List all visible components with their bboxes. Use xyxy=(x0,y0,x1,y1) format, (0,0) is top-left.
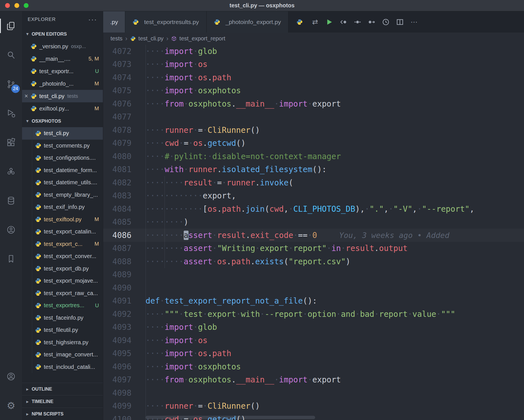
line-number[interactable]: 4089 xyxy=(103,270,131,279)
line-number[interactable]: 4099 xyxy=(103,401,131,411)
code-line[interactable]: 4088········assert·os.path.exists("repor… xyxy=(103,255,524,268)
line-number[interactable]: 4100 xyxy=(103,415,131,420)
file-tree-item[interactable]: test_image_convert... xyxy=(22,348,103,361)
tab-_photoinfo_export-py[interactable]: _photoinfo_export.py xyxy=(207,11,289,33)
line-number[interactable]: 4082 xyxy=(103,178,131,187)
code-line[interactable]: 4083············export, xyxy=(103,189,524,203)
sidebar-section-timeline[interactable]: ▸TIMELINE xyxy=(22,395,103,408)
line-number[interactable]: 4084 xyxy=(103,204,131,214)
line-number[interactable]: 4081 xyxy=(103,165,131,174)
change-annotations-icon[interactable] xyxy=(352,17,363,27)
line-number[interactable]: 4079 xyxy=(103,138,131,148)
code-line[interactable]: 4077 xyxy=(103,111,524,124)
code-line[interactable]: 4084············[os.path.join(cwd,·CLI_P… xyxy=(103,202,524,216)
code-line[interactable]: 4079····cwd·=·os.getcwd() xyxy=(103,137,524,150)
code-line[interactable]: 4075····import·osxphotos xyxy=(103,84,524,98)
line-number[interactable]: 4096 xyxy=(103,362,131,371)
code-line[interactable]: 4074····import·os.path xyxy=(103,71,524,84)
file-tree-item[interactable]: test_datetime_form... xyxy=(22,164,103,177)
code-line[interactable]: 4093····import·glob xyxy=(103,321,524,334)
line-number[interactable]: 4085 xyxy=(103,217,131,227)
person-circle-extension-icon[interactable] xyxy=(0,215,22,244)
line-number[interactable]: 4091 xyxy=(103,296,131,306)
code-line[interactable]: 4092····"""·test·export·with·--report·op… xyxy=(103,308,524,321)
file-tree-item[interactable]: test_exif_info.py xyxy=(22,201,103,213)
code-line[interactable]: 4091def·test_export_report_not_a_file(): xyxy=(103,295,524,308)
code-line[interactable]: 4082········result·=·runner.invoke( xyxy=(103,176,524,189)
account-icon[interactable] xyxy=(0,362,22,391)
project-folder-header[interactable]: ▾ OSXPHOTOS xyxy=(22,115,103,127)
explorer-icon[interactable] xyxy=(0,11,22,40)
line-number[interactable]: 4092 xyxy=(103,309,131,319)
line-number[interactable]: 4083 xyxy=(103,191,131,200)
code-line[interactable]: 4087········assert·"Writing·export·repor… xyxy=(103,242,524,255)
more-actions-icon[interactable]: ··· xyxy=(88,15,97,24)
more-actions-icon[interactable]: ··· xyxy=(409,17,419,27)
open-editor-item[interactable]: __main__....5, M xyxy=(22,53,103,65)
extensions-icon[interactable] xyxy=(0,128,22,157)
line-number[interactable]: 4074 xyxy=(103,73,131,82)
run-python-file-button[interactable] xyxy=(324,17,334,27)
close-window-button[interactable] xyxy=(5,3,10,8)
tab-test_exportresults-py[interactable]: test_exportresults.py xyxy=(125,11,207,33)
split-editor-icon[interactable] xyxy=(395,17,405,27)
line-number[interactable]: 4073 xyxy=(103,60,131,69)
line-number[interactable]: 4078 xyxy=(103,125,131,135)
file-tree-item[interactable]: test_incloud_catali... xyxy=(22,361,103,373)
line-number[interactable]: 4094 xyxy=(103,336,131,345)
line-number[interactable]: 4098 xyxy=(103,388,131,398)
database-extension-icon[interactable] xyxy=(0,186,22,215)
breadcrumb-item[interactable]: tests xyxy=(111,35,122,42)
code-line[interactable]: 4086········assert·result.exit_code·==·0… xyxy=(103,229,524,242)
tab-test-cli-partial[interactable]: .py xyxy=(103,11,125,33)
code-line[interactable]: 4073····import·os xyxy=(103,58,524,71)
line-number[interactable]: 4080 xyxy=(103,152,131,161)
file-tree-item[interactable]: test_cli.py xyxy=(22,127,103,140)
line-number[interactable]: 4095 xyxy=(103,349,131,358)
file-tree-item[interactable]: test_export_catalin... xyxy=(22,226,103,238)
code-line[interactable]: 4098 xyxy=(103,386,524,400)
close-icon[interactable]: × xyxy=(22,92,31,100)
open-editor-item[interactable]: test_exportr...U xyxy=(22,65,103,77)
open-editor-item[interactable]: exiftool.py...M xyxy=(22,102,103,115)
code-line[interactable]: 4099····runner·=·CliRunner() xyxy=(103,400,524,413)
code-line[interactable]: 4089 xyxy=(103,268,524,282)
line-number[interactable]: 4086 xyxy=(103,231,131,240)
file-tree-item[interactable]: test_highsierra.py xyxy=(22,336,103,349)
line-number[interactable]: 4087 xyxy=(103,244,131,253)
open-editors-header[interactable]: ▾ OPEN EDITORS xyxy=(22,28,103,40)
open-editor-item[interactable]: _version.pyosxp... xyxy=(22,40,103,53)
sidebar-section-npm-scripts[interactable]: ▸NPM SCRIPTS xyxy=(22,408,103,420)
file-tree-item[interactable]: test_empty_library_... xyxy=(22,189,103,201)
code-editor[interactable]: 4072····import·glob4073····import·os4074… xyxy=(103,45,524,420)
code-line[interactable]: 4072····import·glob xyxy=(103,45,524,58)
breadcrumb-item[interactable]: test_cli.py xyxy=(138,35,164,42)
code-line[interactable]: 4078····runner·=·CliRunner() xyxy=(103,124,524,137)
code-line[interactable]: 4100····cwd·=·os.getcwd() xyxy=(103,413,524,420)
code-line[interactable]: 4081····with·runner.isolated_filesystem(… xyxy=(103,163,524,176)
file-tree-item[interactable]: test_datetime_utils.... xyxy=(22,176,103,189)
code-line[interactable]: 4095····import·os.path xyxy=(103,347,524,360)
code-line[interactable]: 4085········) xyxy=(103,216,524,229)
search-icon[interactable] xyxy=(0,40,22,70)
settings-gear-icon[interactable]: ⚙ xyxy=(0,391,22,420)
code-line[interactable]: 4076····from·osxphotos.__main__·import·e… xyxy=(103,97,524,111)
open-editor-item[interactable]: × test_cli.pytests xyxy=(22,90,103,102)
file-tree-item[interactable]: test_export_conver... xyxy=(22,250,103,263)
open-editor-item[interactable]: _photoinfo_...M xyxy=(22,77,103,90)
line-number[interactable]: 4088 xyxy=(103,257,131,266)
file-tree-item[interactable]: test_export_mojave... xyxy=(22,275,103,287)
line-number[interactable]: 4093 xyxy=(103,322,131,332)
code-line[interactable]: 4096····import·osxphotos xyxy=(103,360,524,373)
file-tree-item[interactable]: test_export_c...M xyxy=(22,238,103,250)
file-tree-item[interactable]: test_export_raw_ca... xyxy=(22,287,103,300)
breadcrumb-item[interactable]: test_export_report xyxy=(179,35,225,42)
flower-extension-icon[interactable] xyxy=(0,157,22,186)
minimize-window-button[interactable] xyxy=(14,3,19,8)
file-tree-item[interactable]: test_fileutil.py xyxy=(22,324,103,336)
next-change-icon[interactable] xyxy=(367,17,377,27)
file-tree-item[interactable]: test_exportres...U xyxy=(22,299,103,312)
sidebar-section-outline[interactable]: ▸OUTLINE xyxy=(22,383,103,395)
file-tree-item[interactable]: test_configoptions.... xyxy=(22,152,103,164)
bookmark-extension-icon[interactable] xyxy=(0,244,22,273)
